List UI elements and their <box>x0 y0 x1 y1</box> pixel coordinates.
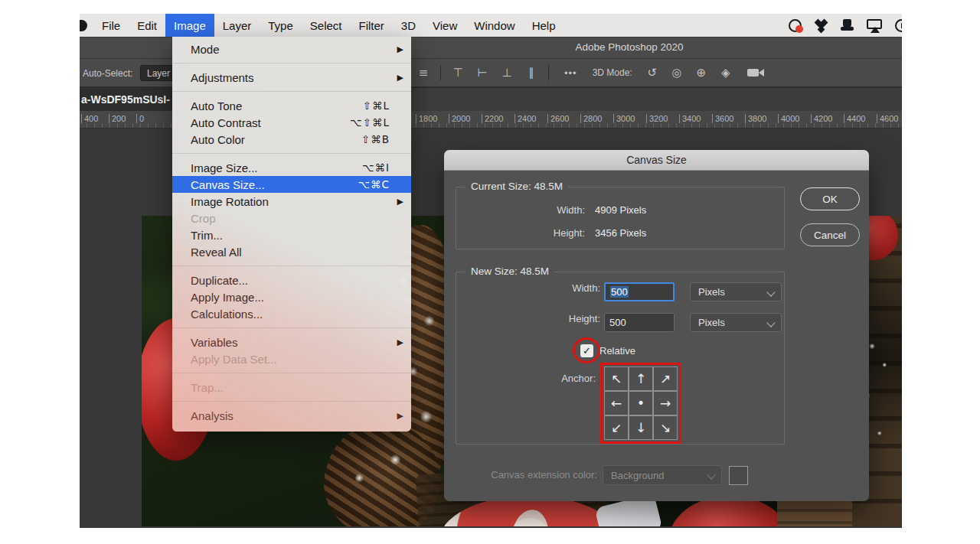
screenshot-content: Adobe Photoshop 2020 Auto-Select: Layer … <box>80 14 902 528</box>
height-input-value: 500 <box>609 317 626 328</box>
menubar-item[interactable]: View <box>424 14 466 37</box>
ruler-number: 3600 <box>712 114 733 123</box>
clock-icon[interactable] <box>895 19 902 32</box>
3d-mode-label: 3D Mode: <box>588 67 640 78</box>
extension-color-swatch[interactable] <box>729 466 748 485</box>
menu-item[interactable]: Auto Color ⇧⌘B ▶ <box>172 131 411 148</box>
3d-roll-icon[interactable]: ◎ <box>665 66 689 80</box>
anchor-cell[interactable]: • <box>629 391 653 415</box>
anchor-cell[interactable]: ↙ <box>604 415 629 440</box>
menubar-item[interactable]: Image <box>165 14 214 37</box>
menu-item[interactable]: Analysis ▶ <box>172 407 411 424</box>
auto-select-label: Auto-Select: <box>83 68 132 79</box>
airplay-icon[interactable] <box>867 19 882 29</box>
ruler-number: 400 <box>81 114 98 123</box>
submenu-arrow-icon: ▶ <box>394 44 403 54</box>
submenu-arrow-icon: ▶ <box>394 411 403 421</box>
3d-slide-icon[interactable]: ◈ <box>714 66 738 80</box>
anchor-cell[interactable]: ↑ <box>629 366 653 391</box>
menu-item[interactable]: Crop ▶ <box>172 210 411 226</box>
menu-item[interactable]: Image Size... ⌥⌘I ▶ <box>172 159 411 176</box>
menu-item[interactable]: Adjustments ▶ <box>172 69 411 86</box>
ruler-number: 4400 <box>844 114 865 123</box>
relative-checkbox[interactable]: ✓ <box>580 344 593 357</box>
anchor-cell[interactable]: ↓ <box>629 415 653 440</box>
submenu-arrow-icon: ▶ <box>394 73 403 83</box>
menubar-item[interactable]: Help <box>524 14 564 37</box>
menu-item[interactable]: Trap... ▶ <box>172 379 411 396</box>
cancel-button[interactable]: Cancel <box>800 223 860 246</box>
menu-item[interactable]: Variables ▶ <box>172 334 411 350</box>
menu-item[interactable]: Trim... ▶ <box>172 226 411 243</box>
width-input[interactable]: 500 <box>604 282 675 301</box>
align-middle-icon[interactable]: ⊢ <box>470 66 495 80</box>
menu-item[interactable]: Apply Image... ▶ <box>172 288 411 305</box>
menubar-item[interactable]: Layer <box>214 14 260 37</box>
width-unit-dropdown[interactable]: Pixels <box>690 282 782 301</box>
menu-item[interactable]: Duplicate... ▶ <box>172 272 411 288</box>
magic-hat-icon[interactable] <box>841 19 854 31</box>
divider <box>548 65 549 80</box>
ruler-number: 3400 <box>679 114 701 123</box>
align-center-icon[interactable]: ≡ <box>411 66 436 80</box>
new-height-label: Height: <box>456 313 600 324</box>
menu-item[interactable]: Apply Data Set... ▶ <box>172 350 411 367</box>
current-height-value: 3456 Pixels <box>595 227 646 239</box>
current-width-value: 4909 Pixels <box>595 204 646 216</box>
anchor-cell[interactable]: ↖ <box>604 366 629 391</box>
menu-item[interactable]: Reveal All ▶ <box>172 243 411 260</box>
ruler-number: 2800 <box>580 114 602 123</box>
submenu-arrow-icon: ▶ <box>394 337 403 347</box>
dropbox-icon[interactable] <box>815 19 828 32</box>
menu-item[interactable]: Mode ▶ <box>172 41 411 57</box>
3d-pan-icon[interactable]: ⊕ <box>689 66 714 80</box>
menu-item[interactable]: Calculations... ▶ <box>172 305 411 322</box>
menubar-items: FileEditImageLayerTypeSelectFilter3DView… <box>93 14 564 37</box>
creative-cloud-icon[interactable] <box>789 19 802 32</box>
height-input[interactable]: 500 <box>604 313 675 332</box>
anchor-cell[interactable]: → <box>653 391 678 415</box>
new-size-legend: New Size: 48.5M <box>466 265 554 277</box>
macos-menubar: FileEditImageLayerTypeSelectFilter3DView… <box>80 14 902 37</box>
menubar-item[interactable]: 3D <box>393 14 424 37</box>
submenu-arrow-icon: ▶ <box>394 197 403 207</box>
anchor-label: Anchor: <box>456 373 596 384</box>
menu-item[interactable]: Auto Contrast ⌥⇧⌘L ▶ <box>172 114 411 131</box>
anchor-cell[interactable]: ↘ <box>653 415 678 440</box>
width-input-value: 500 <box>610 286 629 298</box>
menubar-item[interactable]: Edit <box>129 14 165 37</box>
3d-orbit-icon[interactable]: ↺ <box>640 66 665 80</box>
app-icon-partial <box>80 20 87 31</box>
current-size-group: Current Size: 48.5M Width: 4909 Pixels H… <box>456 187 785 249</box>
anchor-cell[interactable]: ← <box>604 391 629 415</box>
menu-item[interactable]: Auto Tone ⇧⌘L ▶ <box>172 97 411 114</box>
shortcut-label: ⌥⇧⌘L <box>350 116 390 129</box>
ruler-number: 2600 <box>547 114 569 123</box>
ruler-number: 2000 <box>449 114 470 123</box>
extension-color-dropdown[interactable]: Background <box>603 465 722 485</box>
menu-item[interactable]: Image Rotation ▶ <box>172 193 411 210</box>
dialog-titlebar[interactable]: Canvas Size <box>444 150 869 171</box>
menubar-item[interactable]: Window <box>466 14 523 37</box>
distribute-icon[interactable]: ∥ <box>519 66 544 80</box>
menubar-item[interactable]: Select <box>302 14 351 37</box>
3d-camera-icon[interactable] <box>747 69 759 77</box>
shortcut-label: ⇧⌘L <box>363 99 390 112</box>
current-width-label: Width: <box>456 204 585 216</box>
menubar-item[interactable]: Filter <box>351 14 393 37</box>
divider <box>440 65 441 80</box>
canvas-extension-row: Canvas extension color: Background <box>456 465 880 486</box>
menubar-item[interactable]: Type <box>260 14 302 37</box>
ruler-number: 0 <box>136 114 144 123</box>
anchor-cell[interactable]: ↗ <box>653 366 678 391</box>
more-options-icon[interactable]: ••• <box>554 67 588 79</box>
height-unit-dropdown[interactable]: Pixels <box>690 313 782 332</box>
align-bottom-icon[interactable]: ⊥ <box>495 66 519 80</box>
menubar-item[interactable]: File <box>93 14 129 37</box>
menu-item[interactable]: Canvas Size... ⌥⌘C ▶ <box>172 176 411 193</box>
extension-color-label: Canvas extension color: <box>456 469 597 480</box>
align-top-icon[interactable]: ⊤ <box>446 66 470 80</box>
shortcut-label: ⌥⌘I <box>362 161 390 174</box>
new-width-label: Width: <box>456 282 600 294</box>
ok-button[interactable]: OK <box>800 187 860 210</box>
